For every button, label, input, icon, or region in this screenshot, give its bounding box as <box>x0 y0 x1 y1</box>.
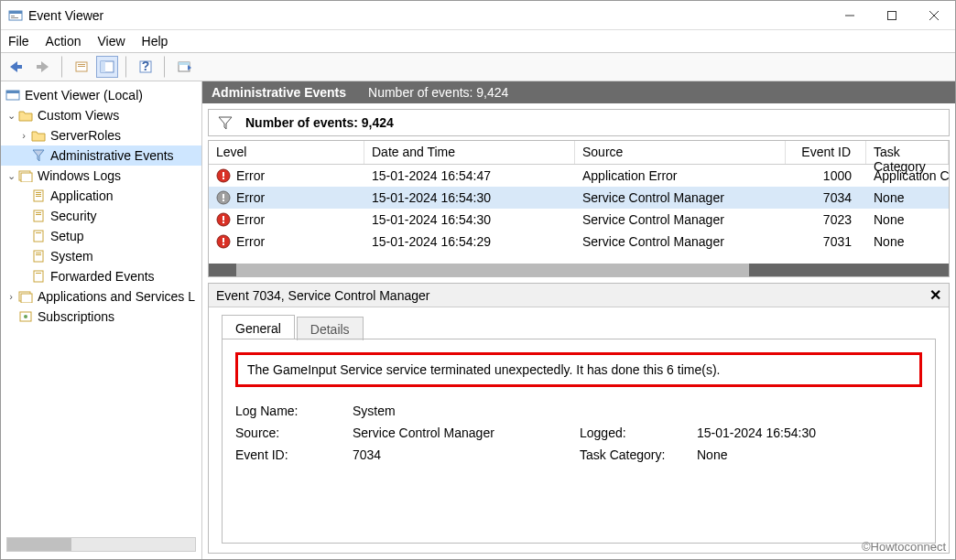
svg-rect-36 <box>34 251 43 262</box>
cell-datetime: 15-01-2024 16:54:30 <box>364 212 575 227</box>
back-button[interactable] <box>6 56 28 78</box>
event-row[interactable]: Error 15-01-2024 16:54:29 Service Contro… <box>209 231 949 253</box>
tree-root[interactable]: Event Viewer (Local) <box>1 85 201 105</box>
menu-help[interactable]: Help <box>142 34 168 48</box>
value-taskcat: None <box>697 447 922 462</box>
error-icon <box>216 190 231 205</box>
cell-datetime: 15-01-2024 16:54:30 <box>364 190 575 205</box>
svg-rect-11 <box>37 65 42 69</box>
toolbar-separator <box>61 56 63 78</box>
chevron-right-icon[interactable]: › <box>17 130 30 141</box>
tree-custom-views[interactable]: ⌄ Custom Views <box>1 105 201 125</box>
event-properties: Log Name: System Source: Service Control… <box>235 404 922 462</box>
tree-security[interactable]: Security <box>1 206 201 226</box>
toolbar: ? <box>1 52 955 81</box>
cell-source: Service Control Manager <box>575 190 786 205</box>
svg-marker-24 <box>33 150 44 161</box>
forward-button[interactable] <box>32 56 54 78</box>
content-pane: Administrative Events Number of events: … <box>202 81 955 559</box>
nav-hscrollbar[interactable] <box>6 537 196 552</box>
nav-pane: Event Viewer (Local) ⌄ Custom Views › Se… <box>1 81 202 559</box>
col-source[interactable]: Source <box>575 141 786 164</box>
value-logname: System <box>353 404 572 418</box>
label-logged: Logged: <box>580 425 690 440</box>
svg-rect-29 <box>36 194 41 195</box>
menu-file[interactable]: File <box>8 34 29 48</box>
tree-server-roles-label: ServerRoles <box>50 128 121 143</box>
event-list: Level Date and Time Source Event ID Task… <box>208 140 950 277</box>
chevron-down-icon[interactable]: ⌄ <box>5 170 17 182</box>
window-controls <box>829 1 955 30</box>
tree-system-label: System <box>50 249 93 264</box>
event-message: The GameInput Service service terminated… <box>247 362 720 377</box>
menu-action[interactable]: Action <box>46 34 81 48</box>
label-logname: Log Name: <box>235 404 345 418</box>
cell-level: Error <box>236 190 265 205</box>
event-row[interactable]: Error 15-01-2024 16:54:30 Service Contro… <box>209 187 949 209</box>
tree-forwarded[interactable]: Forwarded Events <box>1 266 201 286</box>
log-icon <box>30 209 47 223</box>
preview-button[interactable] <box>96 56 118 78</box>
label-eventid: Event ID: <box>235 447 345 462</box>
svg-marker-8 <box>10 61 17 72</box>
svg-rect-39 <box>34 271 43 282</box>
col-taskcategory[interactable]: Task Category <box>866 141 949 164</box>
tree-apps-services[interactable]: › Applications and Services L <box>1 286 201 307</box>
svg-point-44 <box>24 315 27 318</box>
chevron-down-icon[interactable]: ⌄ <box>5 110 17 122</box>
caption-title: Administrative Events <box>212 85 346 100</box>
tree-admin-events[interactable]: Administrative Events <box>1 145 201 166</box>
tree-root-label: Event Viewer (Local) <box>25 88 143 102</box>
tree-setup-label: Setup <box>50 229 84 243</box>
svg-rect-33 <box>36 214 41 215</box>
close-button[interactable] <box>913 1 955 30</box>
minimize-button[interactable] <box>829 1 871 30</box>
tree-setup[interactable]: Setup <box>1 226 201 246</box>
filter-icon[interactable] <box>218 115 233 130</box>
export-button[interactable] <box>173 56 195 78</box>
cell-source: Application Error <box>575 168 786 183</box>
col-eventid[interactable]: Event ID <box>786 141 866 164</box>
cell-source: Service Control Manager <box>575 212 786 227</box>
svg-rect-9 <box>16 65 22 69</box>
nav-tree[interactable]: Event Viewer (Local) ⌄ Custom Views › Se… <box>1 85 201 537</box>
menubar: File Action View Help <box>1 30 955 52</box>
log-icon <box>30 188 47 203</box>
svg-rect-48 <box>223 178 224 179</box>
log-icon <box>30 249 47 264</box>
tree-system[interactable]: System <box>1 246 201 266</box>
svg-rect-50 <box>223 194 224 199</box>
svg-rect-34 <box>34 231 43 242</box>
col-level[interactable]: Level <box>209 141 364 164</box>
properties-button[interactable] <box>71 56 92 78</box>
label-taskcat: Task Category: <box>580 447 690 462</box>
cell-level: Error <box>236 212 265 227</box>
svg-rect-56 <box>223 238 224 242</box>
tab-general[interactable]: General <box>222 315 295 339</box>
details-header: Event 7034, Service Control Manager ✕ <box>209 284 949 307</box>
filter-bar: Number of events: 9,424 <box>208 109 950 136</box>
chevron-right-icon[interactable]: › <box>5 291 17 302</box>
svg-marker-45 <box>219 117 232 129</box>
col-datetime[interactable]: Date and Time <box>364 141 575 164</box>
event-row[interactable]: Error 15-01-2024 16:54:47 Application Er… <box>209 165 949 187</box>
help-button[interactable]: ? <box>135 56 157 78</box>
cell-level: Error <box>236 234 265 249</box>
tree-windows-logs[interactable]: ⌄ Windows Logs <box>1 166 201 186</box>
svg-rect-13 <box>78 64 85 65</box>
maximize-button[interactable] <box>871 1 913 30</box>
tab-details[interactable]: Details <box>297 317 364 340</box>
menu-view[interactable]: View <box>97 34 125 48</box>
list-hscroll-thumb[interactable] <box>236 264 749 276</box>
nav-hscroll-thumb[interactable] <box>7 538 71 551</box>
tree-application[interactable]: Application <box>1 186 201 206</box>
list-hscrollbar[interactable] <box>209 264 949 276</box>
event-row[interactable]: Error 15-01-2024 16:54:30 Service Contro… <box>209 209 949 231</box>
svg-rect-20 <box>179 62 190 65</box>
tree-server-roles[interactable]: › ServerRoles <box>1 125 201 145</box>
cell-eventid: 7023 <box>786 212 866 227</box>
details-close-icon[interactable]: ✕ <box>929 286 941 304</box>
main-split: Event Viewer (Local) ⌄ Custom Views › Se… <box>1 81 955 559</box>
tree-subscriptions[interactable]: Subscriptions <box>1 307 201 327</box>
svg-rect-3 <box>11 17 18 18</box>
